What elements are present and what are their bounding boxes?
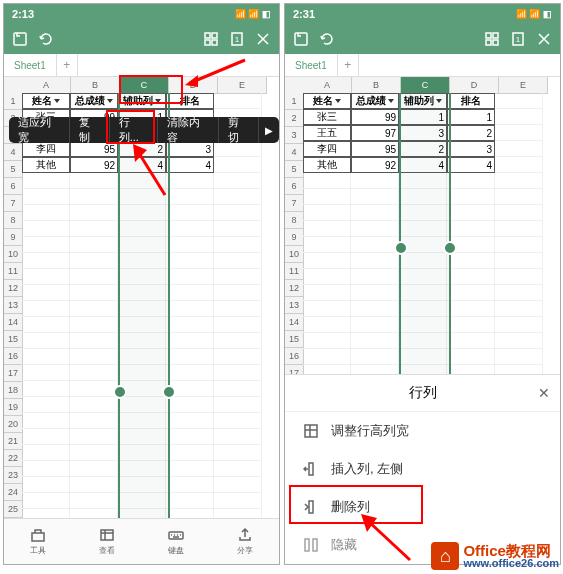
rowcol-panel: 行列 ✕ 调整行高列宽 插入列, 左侧 删除列 隐藏	[285, 374, 560, 564]
row-header[interactable]: 15	[285, 331, 304, 348]
header-cell[interactable]: 辅助列	[399, 93, 447, 109]
cells-area[interactable]: 姓名 总成绩 辅助列 排名 张三9911 王五9732 李四9523 其他924…	[303, 93, 543, 381]
spreadsheet-grid[interactable]: A B C D E 123456789101112131415161718 姓名…	[285, 77, 560, 377]
row-header[interactable]: 4	[285, 144, 304, 161]
row-header[interactable]: 6	[4, 178, 23, 195]
row-header[interactable]: 8	[285, 212, 304, 229]
grid-icon[interactable]	[203, 31, 219, 47]
tab-tool[interactable]: 工具	[4, 519, 73, 564]
cells-area[interactable]: 姓名 总成绩 辅助列 排名 张三991 王五9732 李四9523 其他9244	[22, 93, 262, 565]
sheet-bar: Sheet1 +	[4, 54, 279, 77]
ctx-rowcol[interactable]: 行列...	[110, 117, 159, 143]
header-cell[interactable]: 姓名	[22, 93, 70, 109]
header-cell[interactable]: 辅助列	[118, 93, 166, 109]
panel-adjust[interactable]: 调整行高列宽	[285, 412, 560, 450]
bottom-bar: 工具 查看 键盘 分享	[4, 518, 279, 564]
file-icon[interactable]	[293, 31, 309, 47]
ctx-cut[interactable]: 剪切	[219, 117, 259, 143]
office-logo-icon: ⌂	[431, 542, 459, 570]
row-header[interactable]: 2	[285, 110, 304, 127]
close-icon[interactable]	[536, 31, 552, 47]
header-cell[interactable]: 总成绩	[70, 93, 118, 109]
row-header[interactable]: 15	[4, 331, 23, 348]
header-cell[interactable]: 排名	[166, 93, 214, 109]
column-headers[interactable]: A B C D E	[22, 77, 267, 93]
row-header[interactable]: 17	[4, 365, 23, 382]
grid-icon[interactable]	[484, 31, 500, 47]
row-header[interactable]: 25	[4, 501, 23, 518]
page-icon[interactable]: 1	[229, 31, 245, 47]
col-header-selected[interactable]: C	[401, 77, 450, 94]
col-header[interactable]: D	[450, 77, 499, 94]
row-header[interactable]: 21	[4, 433, 23, 450]
row-header[interactable]: 13	[4, 297, 23, 314]
row-header[interactable]: 18	[4, 382, 23, 399]
col-header[interactable]: B	[71, 77, 120, 94]
row-headers[interactable]: 123456789101112131415161718	[285, 93, 304, 399]
select-all-corner[interactable]	[4, 77, 23, 94]
col-header[interactable]: E	[218, 77, 267, 94]
col-header[interactable]: D	[169, 77, 218, 94]
col-header[interactable]: A	[303, 77, 352, 94]
row-header[interactable]: 6	[285, 178, 304, 195]
sheet-tab[interactable]: Sheet1	[285, 54, 338, 76]
row-header[interactable]: 14	[285, 314, 304, 331]
row-header[interactable]: 20	[4, 416, 23, 433]
row-header[interactable]: 10	[285, 246, 304, 263]
clock: 2:13	[12, 8, 235, 20]
row-header[interactable]: 23	[4, 467, 23, 484]
row-header[interactable]: 11	[4, 263, 23, 280]
header-cell[interactable]: 排名	[447, 93, 495, 109]
row-header[interactable]: 16	[4, 348, 23, 365]
undo-icon[interactable]	[38, 31, 54, 47]
panel-delete[interactable]: 删除列	[285, 488, 560, 526]
tab-keyboard[interactable]: 键盘	[142, 519, 211, 564]
row-header[interactable]: 7	[285, 195, 304, 212]
add-sheet-button[interactable]: +	[338, 54, 359, 76]
col-header[interactable]: B	[352, 77, 401, 94]
undo-icon[interactable]	[319, 31, 335, 47]
row-header[interactable]: 8	[4, 212, 23, 229]
row-header[interactable]: 12	[285, 280, 304, 297]
row-header[interactable]: 14	[4, 314, 23, 331]
row-header[interactable]: 5	[285, 161, 304, 178]
row-header[interactable]: 10	[4, 246, 23, 263]
header-cell[interactable]: 姓名	[303, 93, 351, 109]
row-header[interactable]: 4	[4, 144, 23, 161]
row-header[interactable]: 11	[285, 263, 304, 280]
header-cell[interactable]: 总成绩	[351, 93, 399, 109]
panel-insert[interactable]: 插入列, 左侧	[285, 450, 560, 488]
ctx-more-icon[interactable]: ▶	[259, 125, 279, 136]
row-header[interactable]: 3	[285, 127, 304, 144]
ctx-copy[interactable]: 复制	[70, 117, 110, 143]
row-header[interactable]: 5	[4, 161, 23, 178]
sheet-tab[interactable]: Sheet1	[4, 54, 57, 76]
row-header[interactable]: 7	[4, 195, 23, 212]
row-header[interactable]: 16	[285, 348, 304, 365]
row-header[interactable]: 1	[4, 93, 23, 110]
spreadsheet-grid[interactable]: A B C D E 123456789101112131415161718192…	[4, 77, 279, 517]
tab-share[interactable]: 分享	[210, 519, 279, 564]
col-header-selected[interactable]: C	[120, 77, 169, 94]
row-header[interactable]: 9	[285, 229, 304, 246]
panel-close-icon[interactable]: ✕	[538, 385, 550, 401]
row-header[interactable]: 22	[4, 450, 23, 467]
ctx-clear[interactable]: 清除内容	[158, 117, 219, 143]
col-header[interactable]: A	[22, 77, 71, 94]
select-all-corner[interactable]	[285, 77, 304, 94]
row-header[interactable]: 1	[285, 93, 304, 110]
page-icon[interactable]: 1	[510, 31, 526, 47]
row-header[interactable]: 12	[4, 280, 23, 297]
close-icon[interactable]	[255, 31, 271, 47]
row-header[interactable]: 13	[285, 297, 304, 314]
col-header[interactable]: E	[499, 77, 548, 94]
column-headers[interactable]: A B C D E	[303, 77, 548, 93]
row-header[interactable]: 19	[4, 399, 23, 416]
add-sheet-button[interactable]: +	[57, 54, 78, 76]
row-header[interactable]: 24	[4, 484, 23, 501]
row-header[interactable]: 9	[4, 229, 23, 246]
ctx-fit-width[interactable]: 适应列宽	[9, 117, 70, 143]
tab-view[interactable]: 查看	[73, 519, 142, 564]
row-headers[interactable]: 1234567891011121314151617181920212223242…	[4, 93, 23, 565]
file-icon[interactable]	[12, 31, 28, 47]
